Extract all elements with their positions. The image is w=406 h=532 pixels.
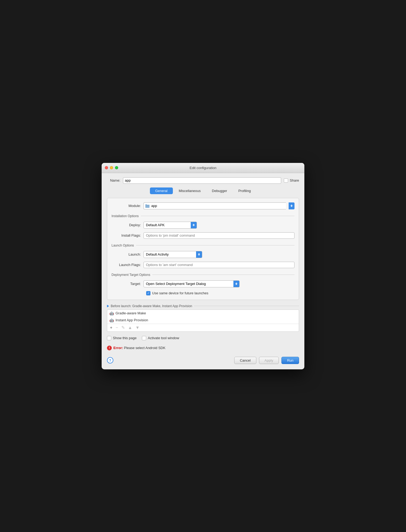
deploy-select[interactable]: Default APK [144, 222, 197, 229]
folder-icon [145, 204, 150, 208]
installation-options-title: Installation Options [112, 214, 141, 218]
module-row: Module: app [112, 202, 294, 209]
launch-row: Launch: Default Activity [112, 251, 294, 258]
show-page-checkbox[interactable] [107, 336, 111, 340]
deploy-stepper[interactable] [191, 222, 197, 228]
tab-debugger[interactable]: Debugger [206, 187, 232, 194]
same-device-checkbox[interactable]: ✓ [146, 291, 150, 295]
error-row: ! Error: Please select Android SDK [107, 344, 299, 352]
install-flags-label: Install Flags: [112, 233, 141, 237]
cancel-button[interactable]: Cancel [234, 357, 256, 364]
add-button[interactable]: + [109, 325, 113, 330]
dialog-body: Name: Share General Miscellaneous Debugg… [102, 173, 304, 369]
before-launch-title: Before launch: Gradle-aware Make, Instan… [111, 304, 192, 308]
error-icon: ! [107, 346, 112, 350]
stepper-down-icon [290, 206, 293, 207]
remove-button[interactable]: − [114, 325, 119, 330]
deploy-row: Deploy: Default APK [112, 222, 294, 229]
show-page-label: Show this page [113, 336, 137, 340]
launch-flags-label: Launch Flags: [112, 263, 141, 267]
launch-stepper-down-icon [198, 255, 200, 256]
before-launch-header: Before launch: Gradle-aware Make, Instan… [107, 304, 299, 308]
launch-item-label: Gradle-aware Make [116, 311, 146, 315]
deploy-value: Default APK [144, 223, 191, 227]
name-row: Name: Share [107, 177, 299, 184]
window-title: Edit configuration [190, 166, 216, 170]
stepper-up-icon [290, 205, 293, 206]
target-select[interactable]: Open Select Deployment Target Dialog [144, 280, 240, 287]
install-flags-input[interactable] [144, 232, 294, 239]
move-down-button[interactable]: ▼ [134, 325, 141, 330]
installation-options-header: Installation Options [112, 214, 294, 218]
error-prefix: Error: [113, 346, 123, 350]
help-button[interactable]: ? [107, 357, 113, 363]
launch-item-label: Instant App Provision [116, 318, 148, 322]
target-stepper-down-icon [235, 284, 237, 285]
target-value: Open Select Deployment Target Dialog [144, 282, 233, 286]
module-value: app [151, 204, 284, 208]
deployment-target-title: Deployment Target Options [112, 273, 152, 277]
android-icon: 🤖 [109, 318, 114, 322]
launch-options-line [136, 245, 294, 245]
name-input[interactable] [123, 177, 281, 184]
close-button[interactable] [105, 166, 108, 169]
tabs-container: General Miscellaneous Debugger Profiling [107, 187, 299, 194]
edit-configuration-window: Edit configuration Name: Share General M… [102, 163, 304, 369]
activate-tool-window-label: Activate tool window [148, 336, 179, 340]
launch-value: Default Activity [144, 252, 196, 256]
edit-button[interactable]: ✎ [120, 325, 126, 330]
tab-miscellaneous[interactable]: Miscellaneous [173, 187, 206, 194]
same-device-label: Use same device for future launches [152, 291, 208, 295]
activate-tool-window-row: Activate tool window [142, 336, 179, 340]
name-label: Name: [107, 178, 120, 182]
android-icon: 🤖 [109, 311, 114, 315]
checkmark-icon: ✓ [147, 292, 150, 295]
launch-stepper[interactable] [196, 251, 202, 258]
target-stepper-up-icon [235, 283, 237, 284]
launch-label: Launch: [112, 252, 141, 256]
minimize-button[interactable] [110, 166, 113, 169]
collapse-icon[interactable] [107, 305, 109, 307]
module-select-field[interactable]: app [144, 202, 286, 209]
launch-flags-row: Launch Flags: [112, 262, 294, 268]
list-toolbar: + − ✎ ▲ ▼ [107, 324, 299, 331]
error-message: Please select Android SDK [124, 346, 165, 350]
list-item[interactable]: 🤖 Instant App Provision [107, 317, 299, 324]
launch-select[interactable]: Default Activity [144, 251, 202, 258]
share-label: Share [290, 178, 299, 182]
move-up-button[interactable]: ▲ [127, 325, 133, 330]
maximize-button[interactable] [115, 166, 118, 169]
run-button[interactable]: Run [281, 357, 299, 364]
footer-row: ? Cancel Apply Run [107, 355, 299, 365]
content-panel: Module: app Installation [107, 198, 299, 300]
deploy-label: Deploy: [112, 223, 141, 227]
target-stepper[interactable] [233, 281, 239, 287]
deployment-target-line [152, 275, 294, 275]
traffic-lights [105, 166, 118, 169]
module-stepper[interactable] [289, 202, 294, 209]
share-checkbox[interactable] [284, 178, 288, 183]
deployment-target-header: Deployment Target Options [112, 273, 294, 277]
list-item[interactable]: 🤖 Gradle-aware Make [107, 310, 299, 317]
show-page-row: Show this page [107, 336, 137, 340]
launch-flags-input[interactable] [144, 262, 294, 268]
deploy-stepper-down-icon [193, 225, 195, 226]
share-row: Share [284, 178, 299, 183]
module-label: Module: [112, 204, 141, 208]
before-launch-section: Before launch: Gradle-aware Make, Instan… [107, 304, 299, 332]
installation-options-line [141, 216, 294, 216]
same-device-row: ✓ Use same device for future launches [112, 291, 294, 295]
tab-general[interactable]: General [150, 187, 173, 194]
tab-profiling[interactable]: Profiling [233, 187, 256, 194]
bottom-options: Show this page Activate tool window [107, 334, 299, 341]
deploy-stepper-up-icon [193, 224, 195, 225]
svg-rect-0 [145, 205, 149, 208]
before-launch-list: 🤖 Gradle-aware Make 🤖 Instant App Provis… [107, 310, 299, 332]
error-text: Error: Please select Android SDK [113, 346, 165, 350]
before-launch-line [194, 306, 299, 306]
target-row: Target: Open Select Deployment Target Di… [112, 280, 294, 287]
launch-options-title: Launch Options [112, 244, 136, 247]
target-label: Target: [112, 282, 141, 286]
activate-tool-window-checkbox[interactable] [142, 336, 146, 340]
apply-button[interactable]: Apply [259, 357, 279, 364]
